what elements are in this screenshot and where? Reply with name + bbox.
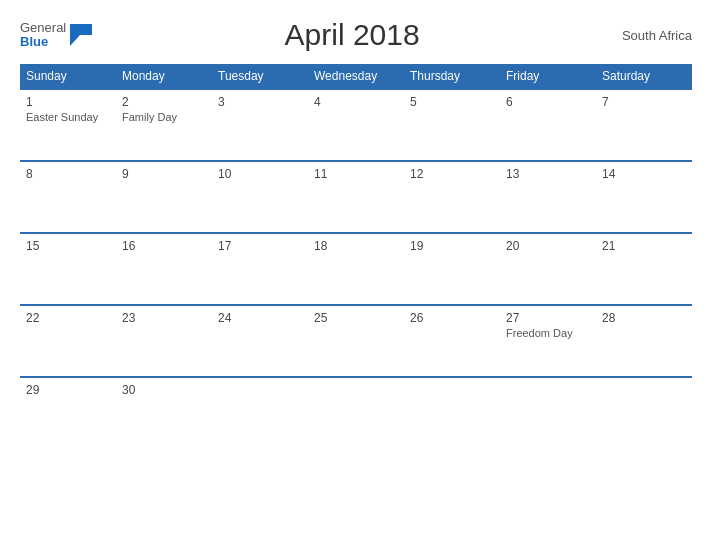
day-number: 6	[506, 95, 590, 109]
day-cell: 1Easter Sunday	[20, 89, 116, 161]
day-cell: 28	[596, 305, 692, 377]
day-number: 30	[122, 383, 206, 397]
day-cell: 23	[116, 305, 212, 377]
day-cell: 10	[212, 161, 308, 233]
day-cell: 26	[404, 305, 500, 377]
day-cell: 21	[596, 233, 692, 305]
header-row: Sunday Monday Tuesday Wednesday Thursday…	[20, 64, 692, 89]
day-number: 26	[410, 311, 494, 325]
logo-icon	[70, 24, 92, 46]
country-label: South Africa	[612, 28, 692, 43]
day-number: 24	[218, 311, 302, 325]
day-event: Family Day	[122, 111, 206, 123]
day-number: 27	[506, 311, 590, 325]
day-cell: 13	[500, 161, 596, 233]
day-cell: 22	[20, 305, 116, 377]
day-number: 15	[26, 239, 110, 253]
day-number: 29	[26, 383, 110, 397]
logo: General Blue	[20, 21, 92, 50]
calendar-header: General Blue April 2018 South Africa	[20, 18, 692, 52]
week-row-3: 15161718192021	[20, 233, 692, 305]
day-cell: 5	[404, 89, 500, 161]
logo-text: General Blue	[20, 21, 66, 50]
day-number: 7	[602, 95, 686, 109]
day-cell: 24	[212, 305, 308, 377]
day-cell: 11	[308, 161, 404, 233]
logo-blue: Blue	[20, 35, 66, 49]
day-cell: 6	[500, 89, 596, 161]
day-cell: 20	[500, 233, 596, 305]
day-cell: 4	[308, 89, 404, 161]
day-cell: 12	[404, 161, 500, 233]
day-cell: 27Freedom Day	[500, 305, 596, 377]
day-cell: 25	[308, 305, 404, 377]
week-row-5: 2930	[20, 377, 692, 449]
calendar-container: General Blue April 2018 South Africa Sun…	[0, 0, 712, 550]
day-number: 16	[122, 239, 206, 253]
day-number: 20	[506, 239, 590, 253]
day-cell	[404, 377, 500, 449]
day-cell: 2Family Day	[116, 89, 212, 161]
day-cell: 29	[20, 377, 116, 449]
day-number: 4	[314, 95, 398, 109]
col-wednesday: Wednesday	[308, 64, 404, 89]
col-sunday: Sunday	[20, 64, 116, 89]
col-monday: Monday	[116, 64, 212, 89]
col-tuesday: Tuesday	[212, 64, 308, 89]
day-number: 19	[410, 239, 494, 253]
week-row-4: 222324252627Freedom Day28	[20, 305, 692, 377]
day-number: 14	[602, 167, 686, 181]
day-cell: 7	[596, 89, 692, 161]
col-friday: Friday	[500, 64, 596, 89]
week-row-2: 891011121314	[20, 161, 692, 233]
logo-general: General	[20, 21, 66, 35]
day-cell: 9	[116, 161, 212, 233]
day-number: 23	[122, 311, 206, 325]
day-cell	[500, 377, 596, 449]
day-cell: 8	[20, 161, 116, 233]
day-number: 25	[314, 311, 398, 325]
day-event: Easter Sunday	[26, 111, 110, 123]
day-number: 17	[218, 239, 302, 253]
day-cell: 3	[212, 89, 308, 161]
day-number: 5	[410, 95, 494, 109]
day-number: 8	[26, 167, 110, 181]
day-number: 2	[122, 95, 206, 109]
calendar-title: April 2018	[92, 18, 612, 52]
calendar-body: 1Easter Sunday2Family Day345678910111213…	[20, 89, 692, 449]
day-number: 10	[218, 167, 302, 181]
day-cell	[212, 377, 308, 449]
day-number: 18	[314, 239, 398, 253]
day-number: 3	[218, 95, 302, 109]
col-saturday: Saturday	[596, 64, 692, 89]
calendar-table: Sunday Monday Tuesday Wednesday Thursday…	[20, 64, 692, 449]
day-cell: 14	[596, 161, 692, 233]
day-cell: 19	[404, 233, 500, 305]
week-row-1: 1Easter Sunday2Family Day34567	[20, 89, 692, 161]
calendar-thead: Sunday Monday Tuesday Wednesday Thursday…	[20, 64, 692, 89]
day-cell	[596, 377, 692, 449]
day-cell: 16	[116, 233, 212, 305]
day-number: 9	[122, 167, 206, 181]
day-number: 28	[602, 311, 686, 325]
day-number: 11	[314, 167, 398, 181]
day-number: 13	[506, 167, 590, 181]
day-cell: 18	[308, 233, 404, 305]
day-number: 22	[26, 311, 110, 325]
day-event: Freedom Day	[506, 327, 590, 339]
day-number: 1	[26, 95, 110, 109]
col-thursday: Thursday	[404, 64, 500, 89]
day-number: 12	[410, 167, 494, 181]
day-cell: 15	[20, 233, 116, 305]
day-cell	[308, 377, 404, 449]
day-number: 21	[602, 239, 686, 253]
day-cell: 30	[116, 377, 212, 449]
day-cell: 17	[212, 233, 308, 305]
